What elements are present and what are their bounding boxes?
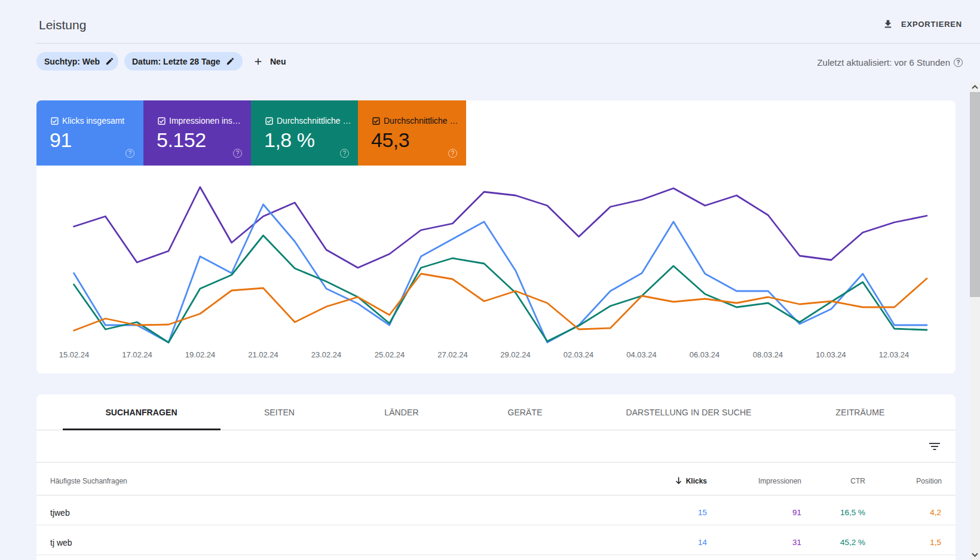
svg-text:02.03.24: 02.03.24 <box>564 350 594 359</box>
svg-text:15.02.24: 15.02.24 <box>59 350 90 359</box>
svg-text:27.02.24: 27.02.24 <box>437 350 468 359</box>
svg-text:29.02.24: 29.02.24 <box>500 350 531 359</box>
svg-text:06.03.24: 06.03.24 <box>690 350 720 359</box>
svg-text:19.02.24: 19.02.24 <box>185 350 216 359</box>
svg-text:25.02.24: 25.02.24 <box>375 350 405 359</box>
svg-text:08.03.24: 08.03.24 <box>753 350 783 359</box>
svg-text:21.02.24: 21.02.24 <box>248 350 278 359</box>
svg-text:12.03.24: 12.03.24 <box>879 350 909 359</box>
svg-text:10.03.24: 10.03.24 <box>816 350 846 359</box>
svg-text:04.03.24: 04.03.24 <box>626 350 657 359</box>
svg-text:23.02.24: 23.02.24 <box>311 350 342 359</box>
svg-text:17.02.24: 17.02.24 <box>122 350 152 359</box>
